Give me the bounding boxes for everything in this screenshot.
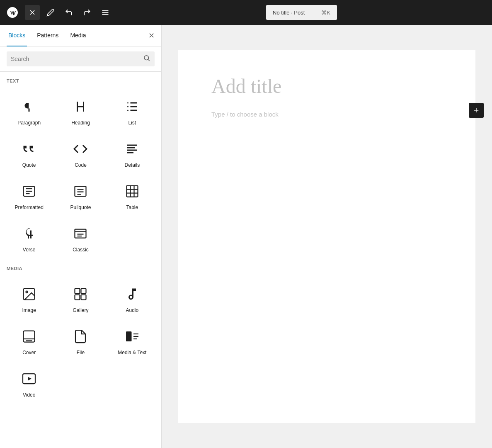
svg-rect-30 <box>75 229 86 238</box>
wp-logo[interactable] <box>5 5 20 20</box>
list-label: List <box>128 120 136 126</box>
svg-point-5 <box>144 56 149 60</box>
search-wrapper <box>7 51 155 66</box>
media-text-icon <box>122 326 142 346</box>
svg-rect-38 <box>75 295 80 300</box>
details-icon <box>122 139 142 159</box>
gallery-label: Gallery <box>73 307 88 313</box>
svg-point-35 <box>26 291 28 293</box>
media-text-label: Media & Text <box>118 350 146 355</box>
file-icon <box>70 326 90 346</box>
block-classic[interactable]: Classic <box>55 217 106 259</box>
block-gallery[interactable]: Gallery <box>55 278 106 320</box>
details-label: Details <box>124 162 140 168</box>
sidebar: Blocks Patterns Media ✕ <box>0 25 162 448</box>
svg-rect-37 <box>81 289 86 294</box>
block-cover[interactable]: Cover <box>3 320 55 362</box>
verse-icon <box>19 224 39 243</box>
block-pullquote[interactable]: Pullquote <box>55 175 106 217</box>
image-label: Image <box>22 307 36 313</box>
block-details[interactable]: Details <box>107 132 158 175</box>
svg-rect-36 <box>75 289 80 294</box>
code-icon <box>70 139 90 159</box>
tab-blocks[interactable]: Blocks <box>7 25 27 46</box>
paragraph-icon <box>19 97 39 117</box>
cover-icon <box>19 326 39 346</box>
sidebar-tabs: Blocks Patterns Media ✕ <box>0 25 161 46</box>
code-label: Code <box>75 162 87 168</box>
main-layout: Blocks Patterns Media ✕ <box>0 25 492 448</box>
block-media-text[interactable]: Media & Text <box>107 320 158 362</box>
svg-point-12 <box>127 110 128 111</box>
redo-button[interactable] <box>80 5 95 20</box>
tab-patterns[interactable]: Patterns <box>35 25 60 46</box>
search-input[interactable] <box>11 56 143 62</box>
classic-icon <box>70 224 90 243</box>
preformatted-label: Preformatted <box>15 205 43 210</box>
post-title-bar[interactable]: No title · Post ⌘K <box>266 5 337 20</box>
editor-canvas: Add title Type / to choose a block + <box>178 50 475 423</box>
toolbar: No title · Post ⌘K <box>0 0 492 25</box>
block-table[interactable]: Table <box>107 175 158 217</box>
text-block-grid: Paragraph Heading <box>0 87 161 259</box>
editor-content-area: Add title Type / to choose a block + <box>162 25 492 448</box>
block-audio[interactable]: Audio <box>107 278 158 320</box>
block-preformatted[interactable]: Preformatted <box>3 175 55 217</box>
close-button[interactable] <box>25 5 40 20</box>
media-block-grid: Image Gallery <box>0 274 161 404</box>
gallery-icon <box>70 284 90 304</box>
tab-media[interactable]: Media <box>68 25 87 46</box>
svg-line-6 <box>148 59 149 61</box>
preformatted-icon <box>19 181 39 201</box>
category-text-label: TEXT <box>0 72 161 87</box>
verse-label: Verse <box>23 247 36 253</box>
add-title-placeholder[interactable]: Add title <box>211 75 442 97</box>
block-heading[interactable]: Heading <box>55 90 106 132</box>
table-icon <box>122 181 142 201</box>
block-video[interactable]: Video <box>3 362 55 404</box>
post-title-text: No title · Post <box>273 10 305 16</box>
list-icon <box>122 97 142 117</box>
quote-icon <box>19 139 39 159</box>
list-view-button[interactable] <box>98 5 113 20</box>
file-label: File <box>77 350 85 355</box>
block-code[interactable]: Code <box>55 132 106 175</box>
audio-label: Audio <box>126 307 138 313</box>
edit-button[interactable] <box>43 5 58 20</box>
block-image[interactable]: Image <box>3 278 55 320</box>
block-hint: Type / to choose a block <box>211 111 442 118</box>
svg-point-10 <box>127 102 128 104</box>
block-list[interactable]: List <box>107 90 158 132</box>
svg-rect-43 <box>126 331 132 341</box>
search-icon <box>143 54 150 63</box>
block-verse[interactable]: Verse <box>3 217 55 259</box>
svg-point-11 <box>127 106 128 107</box>
audio-icon <box>122 284 142 304</box>
video-icon <box>19 369 39 389</box>
add-block-button[interactable]: + <box>469 103 484 118</box>
block-file[interactable]: File <box>55 320 106 362</box>
heading-icon <box>70 97 90 117</box>
svg-marker-48 <box>28 377 32 381</box>
category-media-label: MEDIA <box>0 259 161 274</box>
image-icon <box>19 284 39 304</box>
pullquote-label: Pullquote <box>70 205 91 210</box>
cover-label: Cover <box>22 350 36 355</box>
shortcut-label: ⌘K <box>321 10 330 16</box>
paragraph-label: Paragraph <box>17 120 41 126</box>
block-paragraph[interactable]: Paragraph <box>3 90 55 132</box>
svg-rect-39 <box>81 295 86 300</box>
pullquote-icon <box>70 181 90 201</box>
quote-label: Quote <box>22 162 36 168</box>
undo-button[interactable] <box>61 5 76 20</box>
classic-label: Classic <box>73 247 89 253</box>
search-area <box>0 46 161 72</box>
heading-label: Heading <box>71 120 90 126</box>
sidebar-close-button[interactable]: ✕ <box>148 31 155 40</box>
video-label: Video <box>23 392 35 398</box>
svg-rect-25 <box>126 186 138 197</box>
block-quote[interactable]: Quote <box>3 132 55 175</box>
table-label: Table <box>126 205 138 210</box>
